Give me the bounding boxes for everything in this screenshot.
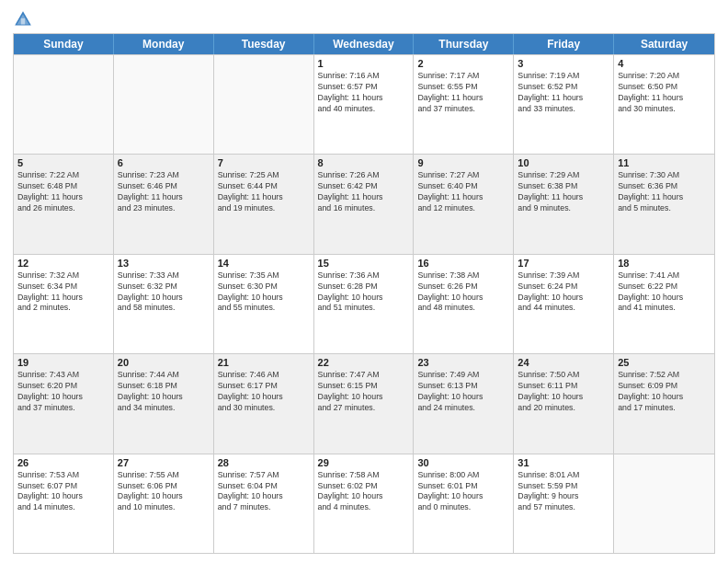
day-cell-6: 6Sunrise: 7:23 AM Sunset: 6:46 PM Daylig… (114, 155, 214, 253)
day-info: Sunrise: 7:36 AM Sunset: 6:28 PM Dayligh… (318, 270, 410, 315)
empty-cell (214, 55, 314, 154)
day-cell-11: 11Sunrise: 7:30 AM Sunset: 6:36 PM Dayli… (614, 155, 714, 253)
logo-icon (13, 9, 33, 29)
day-number: 21 (218, 357, 310, 368)
day-info: Sunrise: 7:38 AM Sunset: 6:26 PM Dayligh… (417, 270, 509, 315)
day-cell-22: 22Sunrise: 7:47 AM Sunset: 6:15 PM Dayli… (314, 354, 415, 453)
day-cell-21: 21Sunrise: 7:46 AM Sunset: 6:17 PM Dayli… (214, 354, 314, 453)
day-number: 19 (17, 357, 109, 368)
header-cell-wednesday: Wednesday (314, 34, 415, 54)
header-cell-sunday: Sunday (14, 34, 114, 54)
day-cell-9: 9Sunrise: 7:27 AM Sunset: 6:40 PM Daylig… (414, 155, 514, 253)
day-info: Sunrise: 7:53 AM Sunset: 6:07 PM Dayligh… (17, 470, 109, 514)
day-number: 2 (417, 58, 509, 69)
day-number: 26 (17, 457, 109, 468)
day-number: 25 (618, 357, 711, 368)
page: SundayMondayTuesdayWednesdayThursdayFrid… (0, 0, 728, 563)
day-info: Sunrise: 7:29 AM Sunset: 6:38 PM Dayligh… (518, 170, 609, 214)
logo (13, 9, 37, 29)
day-number: 14 (218, 258, 310, 269)
day-cell-10: 10Sunrise: 7:29 AM Sunset: 6:38 PM Dayli… (514, 155, 614, 253)
day-cell-13: 13Sunrise: 7:33 AM Sunset: 6:32 PM Dayli… (114, 255, 214, 353)
day-info: Sunrise: 7:41 AM Sunset: 6:22 PM Dayligh… (618, 270, 711, 315)
day-number: 9 (417, 157, 509, 168)
day-cell-19: 19Sunrise: 7:43 AM Sunset: 6:20 PM Dayli… (14, 354, 114, 453)
day-info: Sunrise: 7:32 AM Sunset: 6:34 PM Dayligh… (17, 270, 109, 315)
day-number: 17 (518, 258, 609, 269)
day-cell-27: 27Sunrise: 7:55 AM Sunset: 6:06 PM Dayli… (114, 454, 214, 553)
day-cell-5: 5Sunrise: 7:22 AM Sunset: 6:48 PM Daylig… (14, 155, 114, 253)
day-number: 30 (417, 457, 509, 468)
day-info: Sunrise: 7:27 AM Sunset: 6:40 PM Dayligh… (417, 170, 509, 214)
day-info: Sunrise: 7:16 AM Sunset: 6:57 PM Dayligh… (318, 71, 410, 115)
day-number: 29 (318, 457, 410, 468)
day-number: 7 (218, 157, 310, 168)
day-info: Sunrise: 7:52 AM Sunset: 6:09 PM Dayligh… (618, 370, 711, 414)
calendar-week-5: 26Sunrise: 7:53 AM Sunset: 6:07 PM Dayli… (14, 454, 714, 553)
day-cell-4: 4Sunrise: 7:20 AM Sunset: 6:50 PM Daylig… (614, 55, 714, 154)
day-cell-2: 2Sunrise: 7:17 AM Sunset: 6:55 PM Daylig… (414, 55, 514, 154)
day-number: 13 (118, 258, 210, 269)
day-info: Sunrise: 7:23 AM Sunset: 6:46 PM Dayligh… (118, 170, 210, 214)
day-info: Sunrise: 7:33 AM Sunset: 6:32 PM Dayligh… (118, 270, 210, 315)
day-number: 11 (618, 157, 711, 168)
day-number: 1 (318, 58, 410, 69)
day-number: 22 (318, 357, 410, 368)
day-number: 20 (118, 357, 210, 368)
day-info: Sunrise: 7:58 AM Sunset: 6:02 PM Dayligh… (318, 470, 410, 514)
day-cell-24: 24Sunrise: 7:50 AM Sunset: 6:11 PM Dayli… (514, 354, 614, 453)
day-info: Sunrise: 7:22 AM Sunset: 6:48 PM Dayligh… (17, 170, 109, 214)
day-number: 12 (17, 258, 109, 269)
day-info: Sunrise: 7:57 AM Sunset: 6:04 PM Dayligh… (218, 470, 310, 514)
calendar-week-4: 19Sunrise: 7:43 AM Sunset: 6:20 PM Dayli… (14, 353, 714, 453)
day-info: Sunrise: 7:25 AM Sunset: 6:44 PM Dayligh… (218, 170, 310, 214)
calendar-week-3: 12Sunrise: 7:32 AM Sunset: 6:34 PM Dayli… (14, 254, 714, 353)
day-number: 27 (118, 457, 210, 468)
day-cell-30: 30Sunrise: 8:00 AM Sunset: 6:01 PM Dayli… (414, 454, 514, 553)
day-info: Sunrise: 7:55 AM Sunset: 6:06 PM Dayligh… (118, 470, 210, 514)
header-cell-friday: Friday (514, 34, 614, 54)
day-cell-28: 28Sunrise: 7:57 AM Sunset: 6:04 PM Dayli… (214, 454, 314, 553)
day-number: 28 (218, 457, 310, 468)
header-cell-thursday: Thursday (414, 34, 514, 54)
day-info: Sunrise: 7:46 AM Sunset: 6:17 PM Dayligh… (218, 370, 310, 414)
empty-cell (114, 55, 214, 154)
day-number: 18 (618, 258, 711, 269)
day-cell-20: 20Sunrise: 7:44 AM Sunset: 6:18 PM Dayli… (114, 354, 214, 453)
svg-rect-2 (21, 18, 25, 25)
day-info: Sunrise: 8:00 AM Sunset: 6:01 PM Dayligh… (417, 470, 509, 514)
day-number: 3 (518, 58, 609, 69)
day-info: Sunrise: 7:26 AM Sunset: 6:42 PM Dayligh… (318, 170, 410, 214)
day-info: Sunrise: 7:43 AM Sunset: 6:20 PM Dayligh… (17, 370, 109, 414)
day-cell-14: 14Sunrise: 7:35 AM Sunset: 6:30 PM Dayli… (214, 255, 314, 353)
day-cell-26: 26Sunrise: 7:53 AM Sunset: 6:07 PM Dayli… (14, 454, 114, 553)
day-number: 4 (618, 58, 711, 69)
day-info: Sunrise: 7:49 AM Sunset: 6:13 PM Dayligh… (417, 370, 509, 414)
header-cell-tuesday: Tuesday (214, 34, 314, 54)
day-number: 23 (417, 357, 509, 368)
calendar-body: 1Sunrise: 7:16 AM Sunset: 6:57 PM Daylig… (14, 54, 714, 553)
day-info: Sunrise: 7:35 AM Sunset: 6:30 PM Dayligh… (218, 270, 310, 315)
day-info: Sunrise: 7:30 AM Sunset: 6:36 PM Dayligh… (618, 170, 711, 214)
day-number: 15 (318, 258, 410, 269)
day-cell-8: 8Sunrise: 7:26 AM Sunset: 6:42 PM Daylig… (314, 155, 415, 253)
header-cell-monday: Monday (114, 34, 214, 54)
calendar-week-2: 5Sunrise: 7:22 AM Sunset: 6:48 PM Daylig… (14, 154, 714, 253)
day-number: 5 (17, 157, 109, 168)
day-cell-25: 25Sunrise: 7:52 AM Sunset: 6:09 PM Dayli… (614, 354, 714, 453)
day-cell-16: 16Sunrise: 7:38 AM Sunset: 6:26 PM Dayli… (414, 255, 514, 353)
day-number: 6 (118, 157, 210, 168)
day-cell-23: 23Sunrise: 7:49 AM Sunset: 6:13 PM Dayli… (414, 354, 514, 453)
day-number: 8 (318, 157, 410, 168)
day-cell-29: 29Sunrise: 7:58 AM Sunset: 6:02 PM Dayli… (314, 454, 415, 553)
day-info: Sunrise: 7:50 AM Sunset: 6:11 PM Dayligh… (518, 370, 609, 414)
calendar-week-1: 1Sunrise: 7:16 AM Sunset: 6:57 PM Daylig… (14, 54, 714, 154)
day-number: 10 (518, 157, 609, 168)
day-cell-1: 1Sunrise: 7:16 AM Sunset: 6:57 PM Daylig… (314, 55, 415, 154)
day-number: 16 (417, 258, 509, 269)
calendar-header-row: SundayMondayTuesdayWednesdayThursdayFrid… (14, 34, 714, 54)
header (13, 9, 715, 29)
header-cell-saturday: Saturday (614, 34, 714, 54)
empty-cell (14, 55, 114, 154)
day-cell-12: 12Sunrise: 7:32 AM Sunset: 6:34 PM Dayli… (14, 255, 114, 353)
